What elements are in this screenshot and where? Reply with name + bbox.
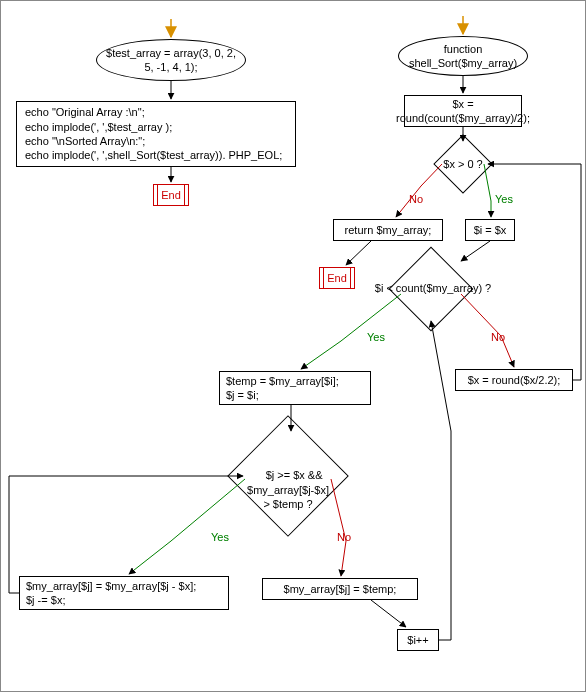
inc-i-text: $i++ — [407, 633, 428, 647]
init-x-node: $x = round(count($my_array)/2); — [404, 95, 522, 127]
update-x-text: $x = round($x/2.2); — [468, 373, 561, 387]
temp-text: $temp = $my_array[$i]; $j = $i; — [226, 374, 339, 403]
cond-j-diamond — [227, 415, 349, 537]
left-start-node: $test_array = array(3, 0, 2, 5, -1, 4, 1… — [96, 39, 246, 81]
func-start-text: function shell_Sort($my_array) — [409, 42, 517, 71]
right-end-node: End — [319, 267, 355, 289]
return-text: return $my_array; — [345, 223, 432, 237]
assign-temp-text: $my_array[$j] = $temp; — [284, 582, 397, 596]
left-echo-text: echo "Original Array :\n"; echo implode(… — [25, 105, 282, 162]
cond-j-no-label: No — [337, 531, 351, 543]
cond-x-diamond — [433, 134, 492, 193]
init-x-text: $x = round(count($my_array)/2); — [396, 97, 530, 126]
swap-text: $my_array[$j] = $my_array[$j - $x]; $j -… — [26, 579, 196, 608]
init-i-text: $i = $x — [474, 223, 507, 237]
flowchart-container: $test_array = array(3, 0, 2, 5, -1, 4, 1… — [0, 0, 586, 692]
cond-i-no-label: No — [491, 331, 505, 343]
cond-x-yes-label: Yes — [495, 193, 513, 205]
cond-i-yes-label: Yes — [367, 331, 385, 343]
assign-temp-node: $my_array[$j] = $temp; — [262, 578, 418, 600]
left-end-node: End — [153, 184, 189, 206]
temp-node: $temp = $my_array[$i]; $j = $i; — [219, 371, 371, 405]
init-i-node: $i = $x — [465, 219, 515, 241]
update-x-node: $x = round($x/2.2); — [455, 369, 573, 391]
left-echo-node: echo "Original Array :\n"; echo implode(… — [16, 101, 296, 167]
cond-j-yes-label: Yes — [211, 531, 229, 543]
inc-i-node: $i++ — [397, 629, 439, 651]
right-end-text: End — [327, 272, 347, 284]
swap-node: $my_array[$j] = $my_array[$j - $x]; $j -… — [19, 576, 229, 610]
return-node: return $my_array; — [333, 219, 443, 241]
cond-i-diamond — [389, 247, 474, 332]
left-start-text: $test_array = array(3, 0, 2, 5, -1, 4, 1… — [103, 46, 239, 75]
func-start-node: function shell_Sort($my_array) — [398, 36, 528, 76]
cond-x-no-label: No — [409, 193, 423, 205]
left-end-text: End — [161, 189, 181, 201]
